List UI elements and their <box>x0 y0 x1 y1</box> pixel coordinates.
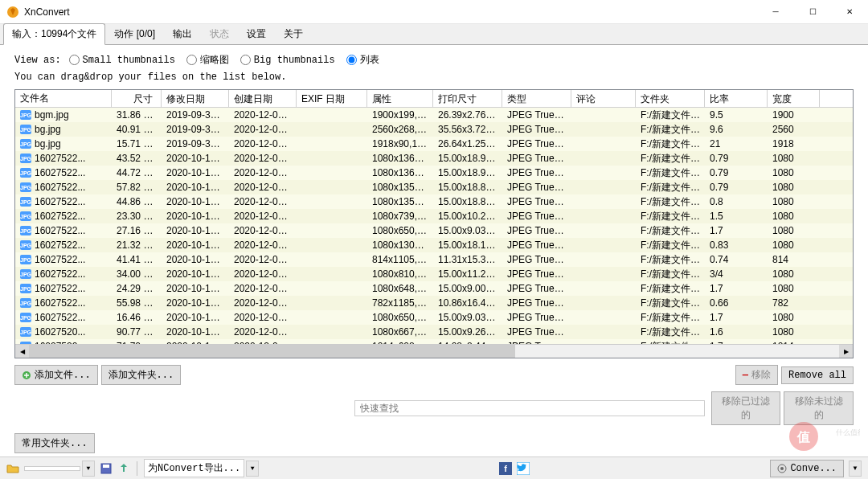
radio-list[interactable]: 列表 <box>346 53 379 67</box>
table-row[interactable]: JPG16027522...44.72 KB2020-10-15 1...202… <box>15 166 853 180</box>
gear-icon <box>777 464 787 473</box>
jpg-icon: JPG <box>20 110 31 120</box>
jpg-icon: JPG <box>20 255 31 264</box>
export-combo[interactable]: 为NConvert导出...▼ <box>144 459 259 477</box>
horizontal-scrollbar[interactable]: ◀ ▶ <box>15 344 853 358</box>
plus-icon <box>22 371 31 380</box>
jpg-icon: JPG <box>20 284 31 293</box>
svg-text:f: f <box>504 464 507 473</box>
col-attr[interactable]: 属性 <box>367 90 433 107</box>
twitter-icon[interactable] <box>517 462 530 475</box>
col-cdate[interactable]: 创建日期 <box>229 90 297 107</box>
drop-hint: You can drag&drop your files on the list… <box>14 72 854 83</box>
col-ratio[interactable]: 比率 <box>705 90 768 107</box>
open-folder-icon[interactable] <box>6 462 19 475</box>
table-row[interactable]: JPG16027522...55.98 KB2020-10-15 1...202… <box>15 296 853 310</box>
table-row[interactable]: JPG16027522...57.82 KB2020-10-15 1...202… <box>15 180 853 194</box>
table-row[interactable]: JPG16027522...23.30 KB2020-10-15 1...202… <box>15 209 853 223</box>
scroll-right-arrow[interactable]: ▶ <box>839 345 853 358</box>
jpg-icon: JPG <box>20 168 31 178</box>
remove-all-button[interactable]: Remove all <box>781 366 854 384</box>
jpg-icon: JPG <box>20 240 31 250</box>
facebook-icon[interactable]: f <box>499 462 512 475</box>
table-row[interactable]: JPG16027522...21.32 KB2020-10-15 1...202… <box>15 238 853 252</box>
col-size[interactable]: 尺寸 <box>112 90 162 107</box>
remove-button[interactable]: — 移除 <box>735 365 778 385</box>
view-as-row: View as: Small thumbnails 缩略图 Big thumbn… <box>14 53 854 67</box>
table-row[interactable]: JPG16027522...24.29 KB2020-10-15 1...202… <box>15 281 853 296</box>
col-mdate[interactable]: 修改日期 <box>162 90 229 107</box>
col-width[interactable]: 宽度 <box>768 90 820 107</box>
jpg-icon: JPG <box>20 139 31 149</box>
scroll-thumb[interactable] <box>29 345 515 358</box>
share-icon[interactable] <box>117 462 130 475</box>
radio-thumbnails[interactable]: 缩略图 <box>186 53 229 67</box>
col-print[interactable]: 打印尺寸 <box>433 90 502 107</box>
remove-filtered-button[interactable]: 移除已过滤的 <box>711 391 781 425</box>
tab-status[interactable]: 状态 <box>201 23 238 45</box>
view-as-label: View as: <box>14 55 61 66</box>
col-name[interactable]: 文件名 <box>15 90 112 107</box>
col-folder[interactable]: 文件夹 <box>636 90 705 107</box>
col-type[interactable]: 类型 <box>502 90 571 107</box>
table-row[interactable]: JPGbg.jpg15.71 KB2019-09-30 2...2020-12-… <box>15 137 853 151</box>
tab-actions[interactable]: 动作 [0/0] <box>105 23 164 45</box>
remove-unfiltered-button[interactable]: 移除未过滤的 <box>784 391 854 425</box>
table-row[interactable]: JPG16027522...41.41 KB2020-10-15 1...202… <box>15 252 853 267</box>
titlebar: XnConvert ─ ☐ ✕ <box>0 0 868 24</box>
jpg-icon: JPG <box>20 125 31 134</box>
add-files-button[interactable]: 添加文件... <box>14 365 98 385</box>
add-folder-button[interactable]: 添加文件夹... <box>101 365 182 385</box>
statusbar: ▼ 为NConvert导出...▼ f Conve... ▼ <box>0 456 868 479</box>
jpg-icon: JPG <box>20 226 31 235</box>
minimize-button[interactable]: ─ <box>757 0 794 24</box>
jpg-icon: JPG <box>20 211 31 221</box>
tab-output[interactable]: 输出 <box>164 23 201 45</box>
tab-about[interactable]: 关于 <box>275 23 312 45</box>
save-icon[interactable] <box>100 462 113 475</box>
table-row[interactable]: JPG16027522...34.00 KB2020-10-15 1...202… <box>15 267 853 281</box>
table-row[interactable]: JPGbgm.jpg31.86 KB2019-09-30 2...2020-12… <box>15 108 853 122</box>
jpg-icon: JPG <box>20 298 31 308</box>
table-row[interactable]: JPG16027522...16.46 KB2020-10-15 1...202… <box>15 310 853 325</box>
col-exif[interactable]: EXIF 日期 <box>297 90 367 107</box>
jpg-icon: JPG <box>20 313 31 322</box>
col-comment[interactable]: 评论 <box>571 90 636 107</box>
tab-input[interactable]: 输入：10994个文件 <box>3 23 105 45</box>
file-table: 文件名 尺寸 修改日期 创建日期 EXIF 日期 属性 打印尺寸 类型 评论 文… <box>14 89 854 358</box>
preset-combo[interactable]: ▼ <box>24 461 95 477</box>
minus-icon: — <box>743 370 748 381</box>
table-header: 文件名 尺寸 修改日期 创建日期 EXIF 日期 属性 打印尺寸 类型 评论 文… <box>15 90 853 108</box>
convert-dropdown[interactable]: ▼ <box>849 461 862 477</box>
table-row[interactable]: JPGbg.jpg40.91 KB2019-09-30 2...2020-12-… <box>15 122 853 137</box>
convert-button[interactable]: Conve... <box>770 460 844 477</box>
window-title: XnConvert <box>24 6 757 18</box>
table-body[interactable]: JPGbgm.jpg31.86 KB2019-09-30 2...2020-12… <box>15 108 853 344</box>
jpg-icon: JPG <box>20 197 31 207</box>
close-button[interactable]: ✕ <box>831 0 868 24</box>
svg-rect-3 <box>103 465 109 468</box>
svg-point-8 <box>780 467 784 470</box>
table-row[interactable]: JPG16027520...90.77 KB2020-10-15 1...202… <box>15 325 853 339</box>
table-row[interactable]: JPG16027522...43.52 KB2020-10-15 1...202… <box>15 151 853 166</box>
tabs: 输入：10994个文件 动作 [0/0] 输出 状态 设置 关于 <box>0 24 868 45</box>
search-input[interactable] <box>354 400 704 416</box>
radio-small-thumbnails[interactable]: Small thumbnails <box>69 55 175 66</box>
table-row[interactable]: JPG16027522...27.16 KB2020-10-15 1...202… <box>15 223 853 238</box>
jpg-icon: JPG <box>20 154 31 163</box>
common-folder-button[interactable]: 常用文件夹... <box>14 433 95 453</box>
jpg-icon: JPG <box>20 269 31 279</box>
jpg-icon: JPG <box>20 182 31 192</box>
maximize-button[interactable]: ☐ <box>794 0 831 24</box>
app-icon <box>6 6 19 18</box>
scroll-left-arrow[interactable]: ◀ <box>15 345 29 358</box>
radio-big-thumbnails[interactable]: Big thumbnails <box>240 55 335 66</box>
table-row[interactable]: JPG16027522...44.86 KB2020-10-15 1...202… <box>15 194 853 209</box>
tab-settings[interactable]: 设置 <box>238 23 275 45</box>
jpg-icon: JPG <box>20 327 31 337</box>
